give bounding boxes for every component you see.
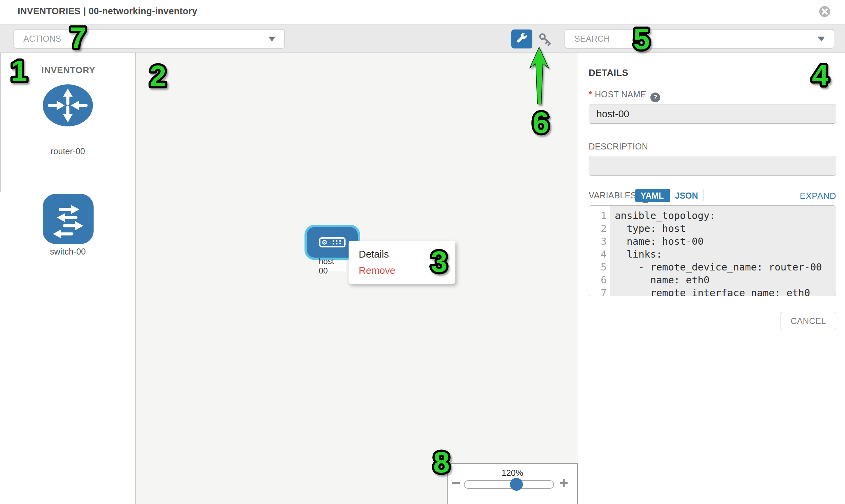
host-name-label: HOST NAME [595,89,646,99]
code-line: links: [615,248,836,260]
line-number: 4 [589,248,610,260]
description-label: DESCRIPTION [589,142,648,151]
palette-item-router[interactable] [42,84,93,127]
host-name-field-label-row: *HOST NAME? [589,89,660,102]
breadcrumb: INVENTORIES | 00-networking-inventory [18,6,197,17]
variables-label: VARIABLES [589,191,636,200]
toolbar: ACTIONS SEARCH [0,24,845,53]
annotation-number-7: 7 [58,17,98,57]
line-number: 7 [589,286,610,296]
toggle-json[interactable]: JSON [669,189,704,202]
svg-text:7: 7 [70,21,86,54]
editor-gutter: 1 2 3 4 5 6 7 [589,206,610,296]
actions-dropdown[interactable]: ACTIONS [14,29,285,49]
svg-text:6: 6 [533,106,549,139]
line-number: 6 [589,273,610,286]
svg-text:3: 3 [431,245,447,278]
wrench-icon [516,33,528,45]
zoom-slider-thumb[interactable] [510,478,523,491]
zoom-control: 120% − + [447,463,578,504]
code-line: - remote_device_name: router-00 [615,260,836,273]
expand-link[interactable]: EXPAND [795,191,836,201]
actions-placeholder: ACTIONS [14,34,268,44]
editor-code: ansible_topology: type: host name: host-… [610,206,836,296]
key-icon[interactable] [539,33,553,46]
zoom-level-value: 120% [447,468,577,478]
palette-item-switch[interactable] [43,194,93,244]
annotation-number-4: 4 [800,54,841,95]
toggle-yaml[interactable]: YAML [635,189,669,202]
details-panel-title: DETAILS [589,68,628,78]
line-number: 1 [589,209,610,222]
svg-text:5: 5 [633,22,650,56]
page-header: INVENTORIES | 00-networking-inventory [0,0,845,24]
close-icon[interactable] [818,5,831,18]
host-name-input[interactable] [589,104,836,124]
annotation-arrow-up [529,47,550,106]
line-number: 5 [589,260,610,273]
host-icon [319,237,346,248]
annotation-number-1: 1 [0,50,39,90]
svg-text:4: 4 [812,58,829,92]
code-line: name: host-00 [615,235,836,248]
annotation-number-8: 8 [421,441,462,482]
palette-item-switch-label: switch-00 [31,247,105,256]
code-line: name: eth0 [615,273,836,286]
chevron-down-icon [268,37,276,41]
variables-format-toggle: YAML JSON [635,189,704,202]
code-line: type: host [615,222,836,235]
annotation-number-2: 2 [138,55,178,95]
palette-item-router-label: router-00 [31,146,105,156]
zoom-slider-track[interactable] [464,480,554,489]
zoom-in-button[interactable]: + [560,476,568,490]
code-line: ansible_topology: [615,209,836,222]
variables-code-editor[interactable]: 1 2 3 4 5 6 7 ansible_topology: type: ho… [589,205,836,296]
cancel-button[interactable]: CANCEL [780,312,836,330]
search-placeholder: SEARCH [565,34,817,44]
search-dropdown[interactable]: SEARCH [565,29,834,49]
description-input[interactable] [589,156,836,176]
inventory-topology-page: INVENTORIES | 00-networking-inventory AC… [0,0,845,504]
required-asterisk: * [589,89,592,99]
sidebar-title: INVENTORY [41,65,95,76]
code-line: remote_interface_name: eth0 [615,286,836,296]
annotation-number-3: 3 [419,241,459,281]
svg-text:2: 2 [150,59,166,92]
annotation-number-5: 5 [621,18,662,59]
annotation-number-6: 6 [521,102,561,142]
svg-text:1: 1 [11,54,28,87]
line-number: 2 [589,222,610,235]
svg-text:8: 8 [433,445,450,479]
tools-button[interactable] [511,30,532,49]
line-number: 3 [589,235,610,248]
help-icon[interactable]: ? [650,92,660,102]
canvas-node-host-label: host-00 [319,261,346,271]
chevron-down-icon [817,37,825,41]
